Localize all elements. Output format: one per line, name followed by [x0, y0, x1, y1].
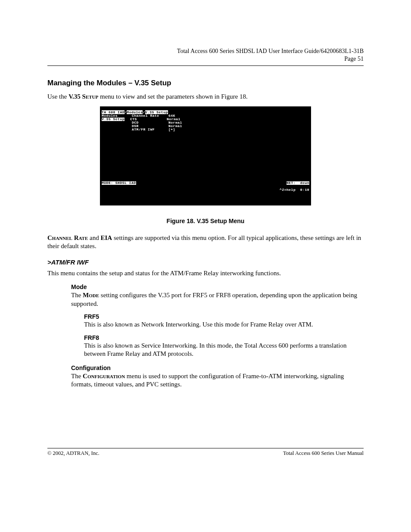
- configuration-body: The Configuration menu is used to suppor…: [71, 372, 364, 389]
- term-status: MODE: SHDSL IADNET: down ^Z=help 0:10: [102, 178, 309, 195]
- channel-rate-paragraph: Channel Rate and EIA settings are suppor…: [47, 234, 364, 251]
- section-title: Managing the Modules – V.35 Setup: [47, 79, 364, 87]
- frf8-heading: FRF8: [84, 334, 364, 341]
- doc-title: Total Access 600 Series SHDSL IAD User I…: [47, 47, 364, 55]
- mode-heading: Mode: [71, 283, 364, 290]
- footer-right: Total Access 600 Series User Manual: [283, 450, 364, 457]
- page-footer: © 2002, ADTRAN, Inc. Total Access 600 Se…: [47, 448, 364, 457]
- term-row: ATM/FR IWF[+]: [102, 128, 175, 131]
- atmfr-heading: >ATM/FR IWF: [47, 258, 364, 266]
- frf8-body: This is also known as Service Interworki…: [84, 342, 364, 358]
- mode-body: The Mode setting configures the V.35 por…: [71, 291, 364, 308]
- page-number: Page 51: [47, 55, 364, 63]
- intro-paragraph: Use the V.35 Setup menu to view and set …: [47, 93, 364, 101]
- frf5-block: FRF5 This is also known as Network Inter…: [84, 313, 364, 358]
- frf5-body: This is also known as Network Interworki…: [84, 320, 364, 329]
- page-header: Total Access 600 Series SHDSL IAD User I…: [47, 47, 364, 63]
- atmfr-intro: This menu contains the setup and status …: [47, 269, 364, 278]
- page: Total Access 600 Series SHDSL IAD User I…: [0, 0, 411, 474]
- mode-block: Mode The Mode setting configures the V.3…: [71, 283, 364, 389]
- terminal-figure: TA 608 IAD/Modules/V.35 Setup ModulesCha…: [100, 106, 311, 205]
- configuration-heading: Configuration: [71, 364, 364, 371]
- figure-caption: Figure 18. V.35 Setup Menu: [47, 218, 364, 224]
- menu-name: V.35 Setup: [68, 93, 98, 100]
- footer-left: © 2002, ADTRAN, Inc.: [47, 450, 100, 457]
- header-rule: [47, 65, 364, 66]
- frf5-heading: FRF5: [84, 313, 364, 320]
- footer-rule: [47, 448, 364, 448]
- terminal-screen: TA 608 IAD/Modules/V.35 Setup ModulesCha…: [100, 106, 311, 205]
